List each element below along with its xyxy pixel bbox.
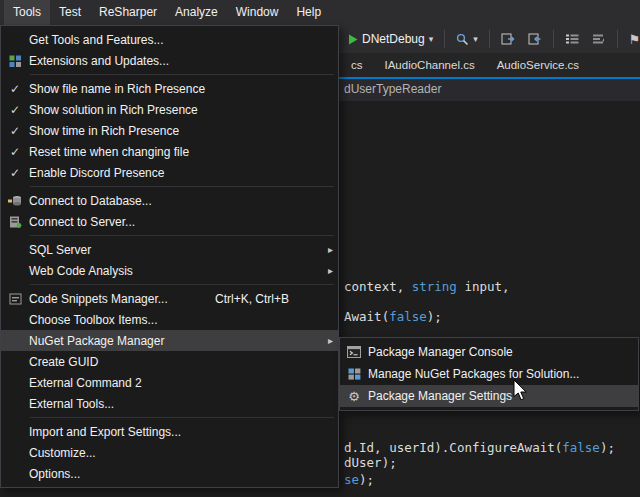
- menubar-item-help[interactable]: Help: [287, 0, 330, 25]
- bookmark-icon: ⚑: [629, 32, 640, 47]
- menu-item-nuget-package-manager[interactable]: NuGet Package Manager▸: [1, 330, 338, 351]
- menu-item-label: Choose Toolbox Items...: [29, 313, 319, 327]
- sort-lines-button[interactable]: [588, 30, 610, 48]
- tab-audioservice-cs[interactable]: AudioService.cs: [486, 53, 590, 77]
- menu-item-label: Connect to Database...: [29, 194, 319, 208]
- code-line: dUser);: [344, 455, 397, 470]
- menu-item-label: Connect to Server...: [29, 215, 319, 229]
- menu-item-choose-toolbox-items[interactable]: Choose Toolbox Items...: [1, 309, 338, 330]
- find-button[interactable]: ▾: [452, 30, 482, 49]
- menu-item-package-manager-settings[interactable]: ⚙Package Manager Settings: [340, 385, 638, 407]
- extensions-icon: [1, 55, 29, 67]
- menu-item-label: Package Manager Settings: [368, 389, 619, 403]
- tabs: csIAudioChannel.csAudioService.cs: [340, 53, 590, 77]
- menu-item-web-code-analysis[interactable]: Web Code Analysis▸: [1, 260, 338, 281]
- line-list-button[interactable]: [561, 30, 583, 48]
- checkmark-icon: ✓: [1, 82, 29, 96]
- menu-item-show-solution-in-rich-presence[interactable]: ✓Show solution in Rich Presence: [1, 99, 338, 120]
- submenu-arrow-icon: ▸: [319, 244, 333, 255]
- toolbar-separator: [553, 30, 554, 48]
- menubar-item-resharper[interactable]: ReSharper: [90, 0, 166, 25]
- new-window-button[interactable]: [524, 30, 546, 48]
- menu-item-connect-to-database[interactable]: Connect to Database...: [1, 190, 338, 211]
- menu-item-label: Reset time when changing file: [29, 145, 319, 159]
- server-icon: [1, 216, 29, 228]
- menu-item-reset-time-when-changing-file[interactable]: ✓Reset time when changing file: [1, 141, 338, 162]
- menu-item-label: Web Code Analysis: [29, 264, 319, 278]
- snippets-icon: [1, 293, 29, 305]
- checkmark-icon: ✓: [1, 103, 29, 117]
- menu-item-manage-nuget-packages-for-solution[interactable]: Manage NuGet Packages for Solution...: [340, 363, 638, 385]
- menu-item-get-tools-and-features[interactable]: Get Tools and Features...: [1, 29, 338, 50]
- menu-item-label: Create GUID: [29, 355, 319, 369]
- menu-item-label: Manage NuGet Packages for Solution...: [368, 367, 619, 381]
- menu-separator: [30, 74, 334, 75]
- tab-cs[interactable]: cs: [340, 53, 374, 77]
- menu-item-sql-server[interactable]: SQL Server▸: [1, 239, 338, 260]
- gear-icon: ⚙: [340, 390, 368, 403]
- toolbar-separator: [444, 30, 445, 48]
- bookmark-button[interactable]: ⚑: [625, 29, 640, 50]
- menu-item-label: Show file name in Rich Presence: [29, 82, 319, 96]
- menubar-item-window[interactable]: Window: [227, 0, 288, 25]
- menu-item-label: Get Tools and Features...: [29, 33, 319, 47]
- console-icon: [340, 346, 368, 358]
- menu-item-customize[interactable]: Customize...: [1, 442, 338, 463]
- sort-lines-icon: [592, 33, 606, 45]
- find-icon: [456, 33, 469, 46]
- menubar-item-test[interactable]: Test: [50, 0, 90, 25]
- menu-item-package-manager-console[interactable]: Package Manager Console: [340, 341, 638, 363]
- menu-item-label: Enable Discord Presence: [29, 166, 319, 180]
- toolbar-separator: [489, 30, 490, 48]
- visual-studio-window: ToolsTestReSharperAnalyzeWindowHelp DNet…: [0, 0, 640, 497]
- line-list-icon: [565, 33, 579, 45]
- menu-item-options[interactable]: Options...: [1, 463, 338, 484]
- menu-item-extensions-and-updates[interactable]: Extensions and Updates...: [1, 50, 338, 71]
- menu-item-connect-to-server[interactable]: Connect to Server...: [1, 211, 338, 232]
- tools-menu: Get Tools and Features...Extensions and …: [0, 25, 339, 488]
- open-file-button[interactable]: [497, 30, 519, 48]
- code-line: context, string input,: [344, 279, 510, 294]
- member-dropdown-label[interactable]: dUserTypeReader: [344, 82, 441, 96]
- menu-item-label: Customize...: [29, 446, 319, 460]
- menu-item-code-snippets-manager[interactable]: Code Snippets Manager...Ctrl+K, Ctrl+B: [1, 288, 338, 309]
- menubar-item-tools[interactable]: Tools: [4, 0, 50, 25]
- menu-item-create-guid[interactable]: Create GUID: [1, 351, 338, 372]
- code-line: se);: [344, 472, 374, 487]
- play-icon: [348, 34, 358, 45]
- code-line: Await(false);: [344, 309, 442, 324]
- checkmark-icon: ✓: [1, 145, 29, 159]
- start-debugging-button[interactable]: DNetDebug ▾: [344, 29, 437, 49]
- new-window-icon: [528, 33, 542, 45]
- menu-item-label: Options...: [29, 467, 319, 481]
- nuget-package-manager-submenu: Package Manager ConsoleManage NuGet Pack…: [339, 337, 639, 411]
- menu-item-label: External Command 2: [29, 376, 319, 390]
- menu-item-label: SQL Server: [29, 243, 319, 257]
- menu-item-show-file-name-in-rich-presence[interactable]: ✓Show file name in Rich Presence: [1, 78, 338, 99]
- menu-item-label: Import and Export Settings...: [29, 425, 319, 439]
- menu-item-show-time-in-rich-presence[interactable]: ✓Show time in Rich Presence: [1, 120, 338, 141]
- menu-separator: [30, 417, 334, 418]
- packages-icon: [340, 368, 368, 380]
- mouse-cursor: [512, 379, 530, 403]
- open-file-icon: [501, 33, 515, 45]
- toolbar-content: DNetDebug ▾ ▾ ⚑: [340, 25, 640, 53]
- menu-item-label: Extensions and Updates...: [29, 54, 319, 68]
- menu-item-external-tools[interactable]: External Tools...: [1, 393, 338, 414]
- tab-iaudiochannel-cs[interactable]: IAudioChannel.cs: [374, 53, 486, 77]
- menu-item-label: Package Manager Console: [368, 345, 619, 359]
- menu-item-label: Show solution in Rich Presence: [29, 103, 319, 117]
- code-line: d.Id, userId).ConfigureAwait(false);: [344, 440, 615, 455]
- debug-target-label: DNetDebug: [362, 32, 425, 46]
- menu-bar: ToolsTestReSharperAnalyzeWindowHelp: [0, 0, 640, 25]
- menu-item-label: Show time in Rich Presence: [29, 124, 319, 138]
- menu-item-enable-discord-presence[interactable]: ✓Enable Discord Presence: [1, 162, 338, 183]
- submenu-arrow-icon: ▸: [319, 265, 333, 276]
- chevron-down-icon: ▾: [429, 34, 434, 44]
- menubar-item-analyze[interactable]: Analyze: [166, 0, 227, 25]
- chevron-down-icon: ▾: [473, 34, 478, 44]
- menu-item-import-and-export-settings[interactable]: Import and Export Settings...: [1, 421, 338, 442]
- menu-item-external-command-2[interactable]: External Command 2: [1, 372, 338, 393]
- menu-separator: [30, 186, 334, 187]
- checkmark-icon: ✓: [1, 166, 29, 180]
